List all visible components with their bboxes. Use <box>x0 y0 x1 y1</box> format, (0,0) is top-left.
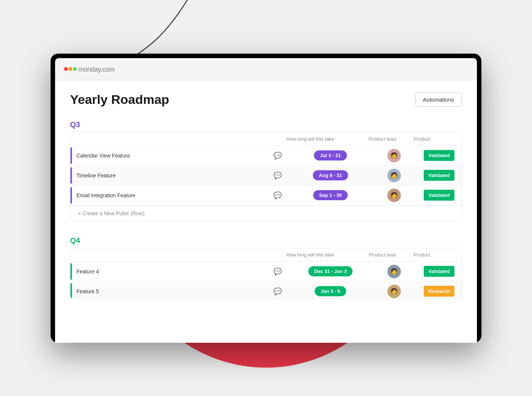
avatar: 🧑 <box>387 189 401 202</box>
q3-section: Q3 How long will this take Product lead … <box>70 120 462 221</box>
automations-button[interactable]: Automations <box>415 92 462 107</box>
avatar-cell: 🧑 <box>372 146 417 165</box>
date-cell: Jul 3 - 21 <box>289 147 372 164</box>
table-row: Calendar View Feature 💬 Jul 3 - 21 🧑 Val… <box>70 146 462 166</box>
table-row: Timeline Feature 💬 Aug 8 - 31 🧑 Validate… <box>70 166 462 186</box>
logo-dot-green <box>73 67 77 71</box>
monitor-frame: monday.com Yearly Roadmap Automations Q3… <box>51 54 481 343</box>
status-cell: Research <box>417 283 462 298</box>
avatar: 🧑 <box>387 285 401 298</box>
status-cell: Validated <box>417 187 462 204</box>
row-name: Calendar View Feature <box>76 153 273 159</box>
q3-col-name <box>76 132 283 146</box>
q3-table: How long will this take Product lead Pro… <box>70 132 462 221</box>
q4-section: Q4 How long will this take Product lead … <box>70 236 462 298</box>
row-name: Feature 4 <box>76 268 273 274</box>
avatar: 🧑 <box>387 149 401 162</box>
date-badge: Sep 1 - 30 <box>313 190 348 200</box>
q4-col-name <box>76 248 283 261</box>
avatar: 🧑 <box>387 265 401 278</box>
logo-brand: monday <box>78 66 101 73</box>
row-name: Email Integration Feature <box>76 192 273 198</box>
row-name: Feature 5 <box>76 288 273 294</box>
monitor-screen: monday.com Yearly Roadmap Automations Q3… <box>55 58 477 343</box>
chat-icon: 💬 <box>273 191 282 200</box>
chat-icon: 💬 <box>273 287 282 296</box>
chat-icon: 💬 <box>273 152 282 160</box>
table-row: Feature 5 💬 Jan 3 - 6 🧑 Research <box>70 282 462 298</box>
status-badge: Validated <box>424 190 454 201</box>
q4-table: How long will this take Product lead Pro… <box>70 248 462 298</box>
avatar-cell: 🧑 <box>372 282 417 298</box>
row-name-cell: Email Integration Feature 💬 <box>70 186 289 205</box>
logo-suffix: .com <box>101 66 115 73</box>
status-badge: Validated <box>424 170 454 181</box>
page-header: Yearly Roadmap Automations <box>70 92 462 107</box>
date-badge: Jul 3 - 21 <box>314 150 347 160</box>
date-cell: Dec 31 - Jan 3 <box>289 263 372 279</box>
page-title: Yearly Roadmap <box>70 92 169 107</box>
chat-icon: 💬 <box>273 171 282 180</box>
date-badge: Dec 31 - Jan 3 <box>308 266 353 276</box>
create-row-button[interactable]: + Create a New Pulse (Row) <box>70 206 462 221</box>
status-cell: Validated <box>417 263 462 280</box>
avatar-cell: 🧑 <box>372 186 417 205</box>
main-content: Yearly Roadmap Automations Q3 How long w… <box>55 80 477 343</box>
q3-col-product: Product <box>411 132 456 146</box>
chat-icon: 💬 <box>273 267 282 276</box>
logo-dots <box>64 67 77 71</box>
status-cell: Validated <box>417 167 462 184</box>
q4-col-product: Product <box>411 248 456 261</box>
status-cell: Validated <box>417 147 462 164</box>
top-bar: monday.com <box>55 58 477 80</box>
row-name-cell: Feature 5 💬 <box>70 282 289 298</box>
date-cell: Sep 1 - 30 <box>289 187 372 203</box>
q4-col-lead: Product lead <box>366 248 411 261</box>
avatar-cell: 🧑 <box>372 262 417 281</box>
q4-section-title: Q4 <box>70 236 462 245</box>
q3-col-duration: How long will this take <box>283 132 366 146</box>
row-name-cell: Feature 4 💬 <box>70 262 289 281</box>
table-row: Feature 4 💬 Dec 31 - Jan 3 🧑 Validated <box>70 262 462 282</box>
date-badge: Aug 8 - 31 <box>313 170 348 180</box>
date-cell: Jan 3 - 6 <box>289 283 372 298</box>
status-badge: Validated <box>424 150 454 161</box>
row-name-cell: Calendar View Feature 💬 <box>70 146 289 165</box>
logo-text: monday.com <box>78 64 115 74</box>
q4-col-duration: How long will this take <box>283 248 366 261</box>
avatar-cell: 🧑 <box>372 166 417 185</box>
logo-dot-orange <box>69 67 72 71</box>
status-badge: Validated <box>424 266 454 277</box>
date-cell: Aug 8 - 31 <box>289 167 372 183</box>
logo: monday.com <box>64 64 115 74</box>
row-name-cell: Timeline Feature 💬 <box>70 166 289 185</box>
table-row: Email Integration Feature 💬 Sep 1 - 30 🧑… <box>70 186 462 206</box>
date-badge: Jan 3 - 6 <box>315 286 346 296</box>
avatar: 🧑 <box>387 169 401 182</box>
q3-col-lead: Product lead <box>366 132 411 146</box>
row-name: Timeline Feature <box>76 172 273 178</box>
q4-table-header: How long will this take Product lead Pro… <box>70 248 462 262</box>
q3-table-header: How long will this take Product lead Pro… <box>70 132 462 146</box>
status-badge: Research <box>424 286 455 297</box>
logo-dot-red <box>64 67 68 71</box>
q3-section-title: Q3 <box>70 120 462 129</box>
